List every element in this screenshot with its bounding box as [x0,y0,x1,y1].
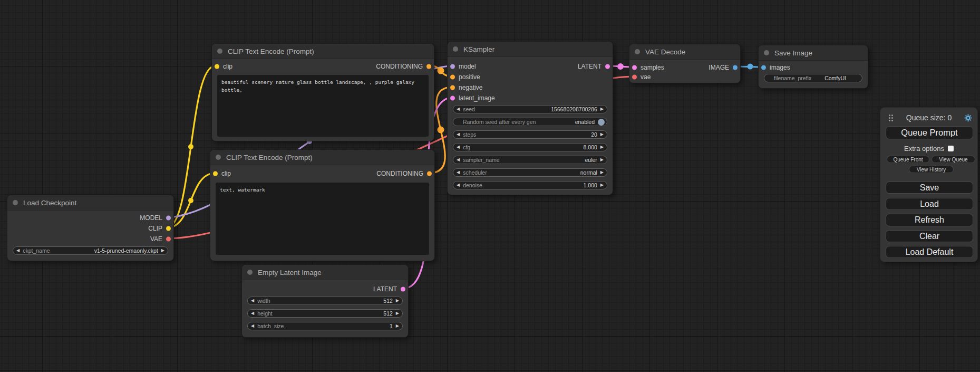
ckpt-name-combo[interactable]: ◀ ckpt_name v1-5-pruned-emaonly.ckpt ▶ [13,246,168,255]
filename-prefix-text-widget[interactable]: filename_prefix ComfyUI [764,74,862,82]
load-default-button[interactable]: Load Default [886,246,973,258]
link-dot [438,127,444,133]
view-queue-button[interactable]: View Queue [932,156,975,163]
decrement-arrow-icon[interactable]: ◀ [457,107,460,111]
node-title: KSampler [463,45,494,53]
clear-button[interactable]: Clear [886,230,973,242]
node-ksampler[interactable]: KSampler model LATENT positive negative … [447,41,613,195]
output-row-clip: CLIP [7,224,173,233]
decrement-arrow-icon[interactable]: ◀ [457,145,460,149]
decrement-arrow-icon[interactable]: ◀ [457,132,460,137]
input-row-clip: clip CONDITIONING [210,169,434,178]
increment-arrow-icon[interactable]: ▶ [396,311,399,316]
combo-right-arrow-icon[interactable]: ▶ [600,158,604,162]
node-title: Empty Latent Image [258,269,322,276]
increment-arrow-icon[interactable]: ▶ [396,299,399,303]
decrement-arrow-icon[interactable]: ◀ [251,311,254,316]
negative-prompt-textarea[interactable]: text, watermark [216,183,429,255]
steps-number-widget[interactable]: ◀ steps 20 ▶ [453,130,607,139]
combo-left-arrow-icon[interactable]: ◀ [457,170,460,175]
node-title-bar[interactable]: VAE Decode [629,44,740,60]
queue-front-button[interactable]: Queue Front [887,156,929,163]
denoise-number-widget[interactable]: ◀ denoise 1.000 ▶ [453,181,607,189]
input-slot-model[interactable] [450,64,455,69]
queue-prompt-button[interactable]: Queue Prompt [886,126,973,139]
node-title-bar[interactable]: CLIP Text Encode (Prompt) [212,44,434,59]
output-slot-image[interactable] [733,65,738,70]
increment-arrow-icon[interactable]: ▶ [396,324,399,328]
increment-arrow-icon[interactable]: ▶ [600,145,604,149]
queue-menu-panel: Queue size: 0 Queue Prompt Extra options… [880,107,978,262]
collapse-dot-icon[interactable] [247,270,253,275]
input-row-vae: vae [629,72,740,82]
collapse-dot-icon[interactable] [453,46,458,52]
output-slot-latent[interactable] [401,287,405,292]
output-slot-clip[interactable] [166,226,171,231]
output-slot-conditioning[interactable] [427,171,432,176]
output-slot-vae[interactable] [166,237,171,242]
input-slot-negative[interactable] [450,85,455,90]
collapse-dot-icon[interactable] [764,50,769,55]
view-history-button[interactable]: View History [909,166,954,173]
node-title-bar[interactable]: KSampler [448,42,613,57]
output-label-conditioning: CONDITIONING [376,63,423,70]
output-slot-conditioning[interactable] [426,64,431,69]
output-slot-latent[interactable] [605,64,610,69]
combo-left-arrow-icon[interactable]: ◀ [457,158,460,162]
decrement-arrow-icon[interactable]: ◀ [251,324,254,328]
node-empty-latent-image[interactable]: Empty Latent Image LATENT ◀ width 512 ▶ … [241,264,409,338]
input-slot-samples[interactable] [632,65,637,70]
node-title-bar[interactable]: Save Image [759,45,868,61]
collapse-dot-icon[interactable] [216,155,221,160]
sampler-name-combo[interactable]: ◀ sampler_name euler ▶ [453,156,607,164]
input-slot-images[interactable] [761,65,766,70]
extra-options-checkbox[interactable] [948,146,954,151]
combo-right-arrow-icon[interactable]: ▶ [161,249,164,253]
seed-number-widget[interactable]: ◀ seed 156680208700286 ▶ [453,105,607,113]
node-title: CLIP Text Encode (Prompt) [226,154,313,161]
input-slot-positive[interactable] [450,75,455,80]
node-title: VAE Decode [645,48,685,56]
toggle-knob-icon[interactable] [598,119,605,126]
decrement-arrow-icon[interactable]: ◀ [457,183,460,187]
width-number-widget[interactable]: ◀ width 512 ▶ [247,297,403,305]
collapse-dot-icon[interactable] [635,49,640,54]
output-label-latent: LATENT [578,63,601,70]
increment-arrow-icon[interactable]: ▶ [600,107,604,111]
output-label-conditioning: CONDITIONING [376,170,423,177]
input-slot-latent-image[interactable] [450,96,455,101]
combo-left-arrow-icon[interactable]: ◀ [16,249,20,253]
refresh-button[interactable]: Refresh [886,214,973,226]
cfg-number-widget[interactable]: ◀ cfg 8.000 ▶ [453,143,607,151]
extra-options-row: Extra options [880,144,977,152]
input-row-latent-image: latent_image [448,93,613,103]
save-button[interactable]: Save [886,182,973,194]
increment-arrow-icon[interactable]: ▶ [600,132,604,137]
input-slot-clip[interactable] [213,171,218,176]
random-seed-toggle-widget[interactable]: Random seed after every gen enabled [453,118,607,126]
input-slot-vae[interactable] [632,75,637,80]
node-clip-text-encode-negative[interactable]: CLIP Text Encode (Prompt) clip CONDITION… [210,149,435,261]
height-number-widget[interactable]: ◀ height 512 ▶ [247,309,403,318]
node-vae-decode[interactable]: VAE Decode samples IMAGE vae [629,44,741,83]
input-row-positive: positive [448,72,613,82]
node-save-image[interactable]: Save Image images filename_prefix ComfyU… [758,45,868,89]
node-load-checkpoint[interactable]: Load Checkpoint MODEL CLIP VAE ◀ ckpt_na… [7,195,174,261]
batch-size-number-widget[interactable]: ◀ batch_size 1 ▶ [247,322,403,330]
node-title-bar[interactable]: Load Checkpoint [7,195,173,211]
panel-header: Queue size: 0 [880,113,977,122]
increment-arrow-icon[interactable]: ▶ [600,183,604,187]
decrement-arrow-icon[interactable]: ◀ [251,299,254,303]
positive-prompt-textarea[interactable]: beautiful scenery nature glass bottle la… [217,75,429,137]
node-clip-text-encode-positive[interactable]: CLIP Text Encode (Prompt) clip CONDITION… [211,43,434,141]
scheduler-combo[interactable]: ◀ scheduler normal ▶ [453,168,607,177]
combo-right-arrow-icon[interactable]: ▶ [600,170,604,175]
gear-icon[interactable] [964,114,972,122]
load-button[interactable]: Load [886,198,973,210]
input-slot-clip[interactable] [215,64,219,69]
collapse-dot-icon[interactable] [217,49,222,54]
node-title-bar[interactable]: Empty Latent Image [242,265,408,280]
node-title-bar[interactable]: CLIP Text Encode (Prompt) [210,150,434,165]
output-slot-model[interactable] [166,216,171,221]
collapse-dot-icon[interactable] [13,200,18,205]
